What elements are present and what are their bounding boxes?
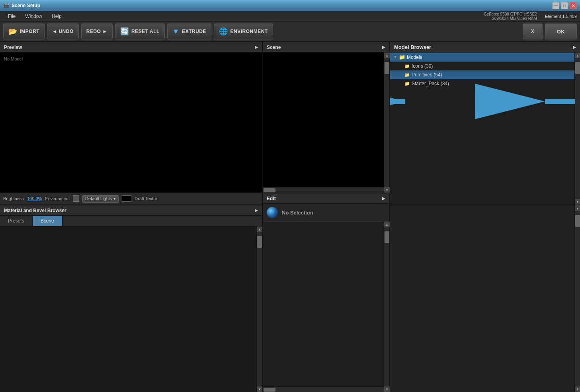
- edit-scroll-area: ▲ ▼: [263, 222, 389, 392]
- menu-help[interactable]: Help: [47, 11, 66, 21]
- menu-window[interactable]: Window: [20, 11, 47, 21]
- x-button[interactable]: X: [523, 23, 543, 39]
- tree-item-models[interactable]: ▼ 📁 Models: [390, 53, 580, 62]
- lower-scroll-down[interactable]: ▼: [575, 386, 580, 392]
- material-header: Material and Bevel Browser ▶: [0, 205, 262, 216]
- edit-scroll-up[interactable]: ▲: [384, 222, 390, 227]
- model-lower-panel: ▲ ▼: [390, 205, 580, 392]
- model-scroll-down[interactable]: ▼: [575, 199, 580, 205]
- reset-icon: 🔄: [120, 27, 129, 36]
- folder-icon-models: 📁: [399, 54, 405, 60]
- tree-item-starter-pack[interactable]: 📁 Starter_Pack (34): [390, 79, 580, 88]
- import-button[interactable]: 📂 IMPORT: [3, 23, 45, 39]
- title-bar: 🎬 Scene Setup — □ ✕: [0, 0, 580, 11]
- scene-hscrollbar[interactable]: [263, 187, 384, 193]
- lower-scroll-handle[interactable]: [575, 215, 580, 227]
- edit-content: No Selection ▲ ▼: [263, 204, 389, 392]
- edit-hscroll-thumb[interactable]: [264, 388, 275, 392]
- edit-scroll-handle[interactable]: [385, 231, 389, 243]
- tree-label-models: Models: [407, 55, 422, 60]
- extrude-button[interactable]: ▼ EXTRUDE: [167, 23, 211, 39]
- preview-panel: Preview ▶ No Model Brightness 100.0% Env…: [0, 42, 262, 205]
- scroll-track: [257, 232, 262, 386]
- model-browser-collapse[interactable]: ▶: [573, 45, 576, 49]
- folder-icon-icons: 📁: [404, 64, 410, 69]
- material-panel: Material and Bevel Browser ▶ Presets Sce…: [0, 205, 262, 392]
- edit-collapse-button[interactable]: ▶: [382, 196, 385, 201]
- close-button[interactable]: ✕: [570, 2, 577, 9]
- preview-title: Preview: [4, 45, 22, 50]
- title-bar-controls: — □ ✕: [552, 2, 577, 9]
- scene-header: Scene ▶: [263, 42, 389, 53]
- ok-button[interactable]: OK: [545, 23, 577, 39]
- lights-dropdown[interactable]: Default Lights ▾: [82, 195, 119, 203]
- scroll-handle[interactable]: [257, 236, 262, 248]
- no-selection-label: No Selection: [282, 210, 313, 216]
- redo-button[interactable]: REDO ►: [81, 23, 113, 39]
- selection-row: No Selection: [263, 204, 389, 222]
- tab-presets[interactable]: Presets: [0, 216, 33, 226]
- environment-box[interactable]: [73, 195, 79, 202]
- scroll-up-arrow[interactable]: ▲: [257, 226, 262, 232]
- model-tree-scrollbar[interactable]: ▲ ▼: [574, 53, 580, 205]
- model-scroll-up[interactable]: ▲: [575, 53, 580, 58]
- menu-file[interactable]: File: [3, 11, 20, 21]
- main-layout: Preview ▶ No Model Brightness 100.0% Env…: [0, 42, 580, 392]
- tree-label-primitives: Primitives (54): [412, 72, 442, 78]
- model-browser-title: Model Browser: [394, 44, 431, 50]
- scene-hscroll-thumb[interactable]: [264, 188, 275, 192]
- material-collapse-button[interactable]: ▶: [255, 208, 258, 213]
- maximize-button[interactable]: □: [561, 2, 568, 9]
- tab-scene[interactable]: Scene: [33, 216, 62, 226]
- edit-scroll-down[interactable]: ▼: [384, 386, 390, 392]
- model-lower-scrollbar[interactable]: ▲ ▼: [574, 205, 580, 392]
- scene-title: Scene: [267, 45, 281, 50]
- lower-scroll-up[interactable]: ▲: [575, 205, 580, 211]
- reset-all-button[interactable]: 🔄 RESET ALL: [115, 23, 165, 39]
- folder-icon-starter: 📁: [404, 81, 410, 86]
- environment-icon: 🌐: [219, 27, 228, 36]
- environment-label: Environment: [45, 196, 70, 201]
- scene-scrollbar[interactable]: ▲ ▼: [384, 53, 389, 193]
- brightness-value[interactable]: 100.0%: [27, 196, 42, 201]
- model-browser-header: Model Browser ▶: [390, 42, 580, 53]
- dropdown-arrow-icon: ▾: [113, 196, 116, 201]
- material-content: ▲ ▼: [0, 226, 262, 392]
- left-column: Preview ▶ No Model Brightness 100.0% Env…: [0, 42, 263, 392]
- model-browser-panel: Model Browser ▶ ▼ 📁 Models 📁 Icons (30) …: [390, 42, 580, 205]
- undo-button[interactable]: ◄ UNDO: [47, 23, 79, 39]
- tree-item-icons[interactable]: 📁 Icons (30): [390, 62, 580, 70]
- edit-scroll-track: [384, 227, 389, 386]
- minimize-button[interactable]: —: [552, 2, 559, 9]
- menu-bar: File Window Help GeForce 9500 GT/PCIe/SS…: [0, 11, 580, 21]
- material-tabs: Presets Scene: [0, 216, 262, 226]
- title-bar-text: Scene Setup: [12, 3, 40, 8]
- draft-texture-label: Draft Textur: [135, 196, 157, 201]
- center-column: Scene ▶ ▲ ▼: [263, 42, 390, 392]
- no-model-label: No Model: [4, 57, 23, 61]
- preview-footer: Brightness 100.0% Environment Default Li…: [0, 193, 262, 205]
- scene-scroll-up[interactable]: ▲: [384, 53, 390, 58]
- title-bar-icon: 🎬: [3, 3, 9, 8]
- toolbar: 📂 IMPORT ◄ UNDO REDO ► 🔄 RESET ALL ▼ EXT…: [0, 21, 580, 42]
- lower-scroll-track: [575, 211, 580, 386]
- scroll-down-arrow[interactable]: ▼: [257, 386, 262, 392]
- tree-item-primitives[interactable]: 📁 Primitives (54): [390, 70, 580, 79]
- scene-scroll-down[interactable]: ▼: [384, 187, 390, 193]
- model-scroll-handle[interactable]: [575, 62, 580, 74]
- color-picker[interactable]: [122, 195, 131, 202]
- scene-content: ▲ ▼: [263, 53, 389, 193]
- scene-collapse-button[interactable]: ▶: [382, 45, 385, 49]
- edit-panel: Edit ▶ No Selection ▲ ▼: [263, 193, 389, 392]
- preview-collapse-button[interactable]: ▶: [255, 45, 258, 49]
- edit-scrollbar[interactable]: ▲ ▼: [384, 222, 389, 392]
- edit-hscrollbar[interactable]: [263, 386, 384, 392]
- brightness-label: Brightness: [3, 196, 24, 201]
- scene-scroll-handle[interactable]: [385, 62, 389, 74]
- blue-sphere-icon: [267, 207, 278, 218]
- material-scrollbar[interactable]: ▲ ▼: [256, 226, 262, 392]
- environment-button[interactable]: 🌐 ENVIRONMENT: [214, 23, 273, 39]
- tree-expand-arrow: ▼: [393, 55, 397, 59]
- scene-scroll-track: [384, 58, 389, 187]
- gpu-info: GeForce 9500 GT/PCIe/SSE2 209/1024 MB Vi…: [484, 12, 537, 21]
